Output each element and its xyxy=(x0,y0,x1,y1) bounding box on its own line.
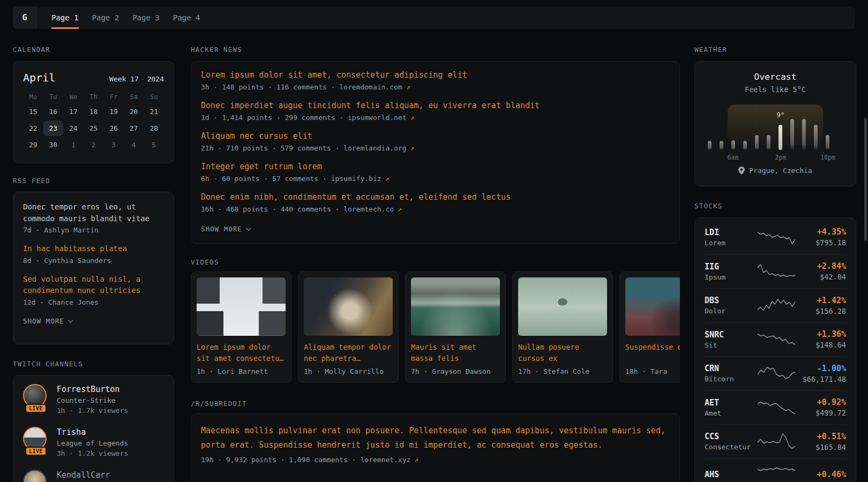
channel-game: Counter-Strike xyxy=(57,396,128,404)
calendar-day-cell[interactable]: 22 xyxy=(23,120,43,136)
calendar-day-cell[interactable]: 5 xyxy=(144,137,164,153)
twitch-channel-row[interactable]: LIVE Trisha League of Legends 3h · 1.2k … xyxy=(23,427,164,457)
avatar xyxy=(23,470,47,482)
weather-hour-bar xyxy=(731,140,735,150)
hn-story-domain[interactable]: loremlandia.org xyxy=(343,144,414,152)
calendar-day-cell[interactable]: 27 xyxy=(124,120,144,136)
hn-story: Integer eget rutrum lorem 6h · 60 points… xyxy=(201,162,670,183)
rss-show-more-button[interactable]: SHOW MORE xyxy=(23,317,72,325)
calendar-weekday-label: We xyxy=(63,91,84,103)
calendar-day-cell[interactable]: 29 xyxy=(23,137,43,153)
calendar-day-cell[interactable]: 23 xyxy=(43,120,64,136)
hour-label-10pm: 10pm xyxy=(820,154,835,161)
videos-carousel[interactable]: Lorem ipsum dolor sit amet consectetu… 1… xyxy=(191,272,680,383)
stock-company: Dolor xyxy=(705,307,756,315)
hn-story-title[interactable]: Donec enim nibh, condimentum et accumsan… xyxy=(201,193,670,202)
rss-item-title[interactable]: Sed volutpat nulla nisl, a condimentum n… xyxy=(23,274,164,297)
page-scrollbar-thumb[interactable] xyxy=(864,118,867,241)
video-card[interactable]: Nullam posuere cursus ex 17h · Stefan Co… xyxy=(512,272,613,383)
video-card[interactable]: Suspendisse diam 18h · Tara xyxy=(619,272,680,383)
video-thumbnail[interactable] xyxy=(625,277,680,336)
stock-price: $66,171.48 xyxy=(797,375,846,383)
calendar-day-cell[interactable]: 25 xyxy=(84,120,104,136)
calendar-day-cell[interactable]: 17 xyxy=(63,104,84,119)
twitch-channel-row[interactable]: LIVE ForrestBurton Counter-Strike 1h · 1… xyxy=(23,384,164,415)
channel-name[interactable]: ForrestBurton xyxy=(57,384,128,395)
calendar-day-cell[interactable]: 3 xyxy=(103,137,124,153)
stock-row[interactable]: DBS Dolor +1.42% $156.28 xyxy=(705,288,846,322)
video-card[interactable]: Mauris sit amet massa felis 7h · Grayson… xyxy=(405,272,506,383)
calendar-day-cell[interactable]: 20 xyxy=(124,104,144,119)
stock-row[interactable]: CCS Consectetur +0.51% $165.84 xyxy=(705,424,846,458)
stock-row[interactable]: IIG Ipsum +2.84% $42.04 xyxy=(705,254,846,289)
stock-change-percent: +4.35% xyxy=(797,227,846,237)
video-thumbnail[interactable] xyxy=(518,277,607,336)
calendar-day-cell[interactable]: 16 xyxy=(43,104,64,119)
hn-story-domain[interactable]: ipsumify.biz xyxy=(331,175,390,183)
hn-story-title[interactable]: Donec imperdiet augue tincidunt felis al… xyxy=(201,101,670,110)
hn-meta-text: 6h · 60 points · 57 comments · xyxy=(201,175,331,183)
calendar-month: April xyxy=(23,71,55,84)
video-card[interactable]: Lorem ipsum dolor sit amet consectetu… 1… xyxy=(191,272,291,383)
stock-row[interactable]: CRN Bitcorn -1.00% $66,171.48 xyxy=(705,356,846,390)
rss-item-title[interactable]: In hac habitasse platea xyxy=(23,243,164,255)
video-thumbnail[interactable] xyxy=(197,277,286,336)
hour-label-6am: 6am xyxy=(728,154,739,161)
video-title[interactable]: Lorem ipsum dolor sit amet consectetu… xyxy=(197,342,286,364)
calendar-day-cell[interactable]: 26 xyxy=(103,120,124,136)
stock-change-percent: +0.46% xyxy=(797,470,846,479)
hn-story-domain[interactable]: ipsumworld.net xyxy=(348,114,414,122)
stock-company: Bitcorn xyxy=(705,375,756,383)
calendar-day-cell[interactable]: 19 xyxy=(103,104,124,119)
calendar-weekday-label: Su xyxy=(144,91,164,103)
video-thumbnail[interactable] xyxy=(304,277,393,336)
stock-price: $148.64 xyxy=(797,341,846,349)
weather-condition: Overcast xyxy=(695,72,856,82)
calendar-day-cell[interactable]: 1 xyxy=(63,137,84,153)
stock-price: $156.28 xyxy=(797,307,846,315)
video-title[interactable]: Aliquam tempor dolor nec pharetra… xyxy=(304,342,393,364)
twitch-channel-row[interactable]: LIVE KendallCarr xyxy=(23,470,164,482)
calendar-day-cell[interactable]: 24 xyxy=(63,120,84,136)
hn-story-domain[interactable]: loremdomain.com xyxy=(339,83,410,91)
rss-feed-item[interactable]: Donec tempor eros leo, ut commodo mauris… xyxy=(23,201,164,234)
calendar-day-cell[interactable]: 2 xyxy=(84,137,104,153)
calendar-day-cell[interactable]: 28 xyxy=(144,120,164,136)
channel-viewers: 1h · 1.7k viewers xyxy=(57,406,128,415)
stock-row[interactable]: LDI Lorem +4.35% $795.18 xyxy=(705,220,846,254)
stock-row[interactable]: AET Amet +0.92% $499.72 xyxy=(705,390,846,425)
subreddit-section-label: /R/SUBREDDIT xyxy=(191,400,247,408)
calendar-day-cell[interactable]: 18 xyxy=(84,104,104,119)
video-card[interactable]: Aliquam tempor dolor nec pharetra… 1h · … xyxy=(298,272,399,383)
weather-location[interactable]: Prague, Czechia xyxy=(749,167,812,175)
reddit-post-title[interactable]: Maecenas mollis pulvinar erat non posuer… xyxy=(201,424,670,453)
hn-story-title[interactable]: Aliquam nec cursus elit xyxy=(201,132,670,141)
calendar-day-cell[interactable]: 4 xyxy=(124,137,144,153)
stock-sparkline xyxy=(756,329,797,350)
video-thumbnail[interactable] xyxy=(411,277,500,336)
hn-story-domain[interactable]: loremtech.co xyxy=(343,205,402,213)
stock-row[interactable]: AHS +0.46% xyxy=(705,458,846,482)
video-title[interactable]: Mauris sit amet massa felis xyxy=(411,342,500,364)
rss-item-meta: 8d · Cynthia Saunders xyxy=(23,257,164,265)
hn-story-title[interactable]: Lorem ipsum dolor sit amet, consectetur … xyxy=(201,71,670,80)
calendar-day-cell[interactable]: 21 xyxy=(144,104,164,119)
reddit-post-domain[interactable]: loremnet.xyz xyxy=(360,456,418,464)
channel-name[interactable]: Trisha xyxy=(57,427,128,438)
stock-row[interactable]: SNRC Sit +1.36% $148.64 xyxy=(705,322,846,357)
video-title[interactable]: Suspendisse diam xyxy=(625,342,680,364)
rss-feed-item[interactable]: In hac habitasse platea 8d · Cynthia Sau… xyxy=(23,243,164,265)
video-title[interactable]: Nullam posuere cursus ex xyxy=(518,342,607,364)
weather-card: Overcast Feels like 5°C 9° 6am 2pm 10pm … xyxy=(694,61,856,186)
hn-story-title[interactable]: Integer eget rutrum lorem xyxy=(201,162,670,171)
channel-name[interactable]: KendallCarr xyxy=(57,470,110,480)
rss-item-title[interactable]: Donec tempor eros leo, ut commodo mauris… xyxy=(23,201,164,224)
hn-show-more-button[interactable]: SHOW MORE xyxy=(201,225,250,233)
stock-sparkline xyxy=(756,431,797,451)
calendar-day-cell[interactable]: 15 xyxy=(23,104,43,119)
rss-feed-item[interactable]: Sed volutpat nulla nisl, a condimentum n… xyxy=(23,274,164,306)
reddit-post-meta: 19h · 9,932 points · 1,090 comments · lo… xyxy=(201,456,670,464)
calendar-day-cell[interactable]: 30 xyxy=(43,137,64,153)
calendar-weekday-label: Fr xyxy=(103,91,124,103)
chevron-down-icon xyxy=(246,225,251,231)
